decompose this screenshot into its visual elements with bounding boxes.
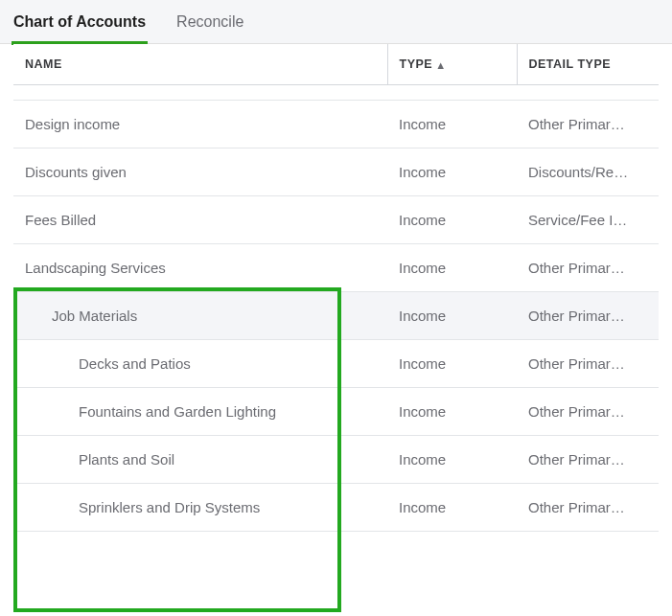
cell-type: Income xyxy=(387,340,517,388)
cell-detail: Other Primar… xyxy=(517,101,659,148)
cell-detail: Other Primar… xyxy=(517,244,659,292)
cell-name xyxy=(13,85,387,101)
cell-name: Job Materials xyxy=(13,292,387,340)
cell-name: Plants and Soil xyxy=(13,436,387,484)
cell-name: Sprinklers and Drip Systems xyxy=(13,484,387,532)
cell-type: Income xyxy=(387,148,517,196)
accounts-table: NAME TYPE▲ DETAIL TYPE Design incomeInco… xyxy=(13,44,659,532)
cell-name: Fees Billed xyxy=(13,196,387,244)
cell-detail: Other Primar… xyxy=(517,292,659,340)
cell-name: Discounts given xyxy=(13,148,387,196)
accounts-table-wrapper: NAME TYPE▲ DETAIL TYPE Design incomeInco… xyxy=(0,44,672,532)
cell-detail: Other Primar… xyxy=(517,436,659,484)
cell-type: Income xyxy=(387,484,517,532)
cell-detail: Other Primar… xyxy=(517,340,659,388)
table-row[interactable]: Sprinklers and Drip SystemsIncomeOther P… xyxy=(13,484,659,532)
tab-reconcile[interactable]: Reconcile xyxy=(176,0,243,44)
cell-type: Income xyxy=(387,436,517,484)
table-row[interactable]: Design incomeIncomeOther Primar… xyxy=(13,101,659,148)
cell-type: Income xyxy=(387,196,517,244)
sort-asc-icon: ▲ xyxy=(435,59,446,71)
cell-detail xyxy=(517,85,659,101)
col-header-name[interactable]: NAME xyxy=(13,44,387,85)
cell-type xyxy=(387,85,517,101)
table-row[interactable] xyxy=(13,85,659,101)
col-header-detail[interactable]: DETAIL TYPE xyxy=(517,44,659,85)
tab-chart-of-accounts[interactable]: Chart of Accounts xyxy=(13,0,146,44)
cell-type: Income xyxy=(387,388,517,436)
table-header-row: NAME TYPE▲ DETAIL TYPE xyxy=(13,44,659,85)
cell-detail: Other Primar… xyxy=(517,484,659,532)
cell-name: Design income xyxy=(13,101,387,148)
cell-name: Landscaping Services xyxy=(13,244,387,292)
col-header-type[interactable]: TYPE▲ xyxy=(387,44,517,85)
table-row[interactable]: Fountains and Garden LightingIncomeOther… xyxy=(13,388,659,436)
cell-type: Income xyxy=(387,244,517,292)
cell-name: Fountains and Garden Lighting xyxy=(13,388,387,436)
table-row[interactable]: Job MaterialsIncomeOther Primar… xyxy=(13,292,659,340)
tab-bar: Chart of Accounts Reconcile xyxy=(0,0,672,44)
cell-type: Income xyxy=(387,101,517,148)
table-row[interactable]: Decks and PatiosIncomeOther Primar… xyxy=(13,340,659,388)
cell-detail: Discounts/Re… xyxy=(517,148,659,196)
table-row[interactable]: Landscaping ServicesIncomeOther Primar… xyxy=(13,244,659,292)
table-row[interactable]: Fees BilledIncomeService/Fee I… xyxy=(13,196,659,244)
cell-name: Decks and Patios xyxy=(13,340,387,388)
cell-detail: Other Primar… xyxy=(517,388,659,436)
table-row[interactable]: Plants and SoilIncomeOther Primar… xyxy=(13,436,659,484)
cell-type: Income xyxy=(387,292,517,340)
table-row[interactable]: Discounts givenIncomeDiscounts/Re… xyxy=(13,148,659,196)
cell-detail: Service/Fee I… xyxy=(517,196,659,244)
